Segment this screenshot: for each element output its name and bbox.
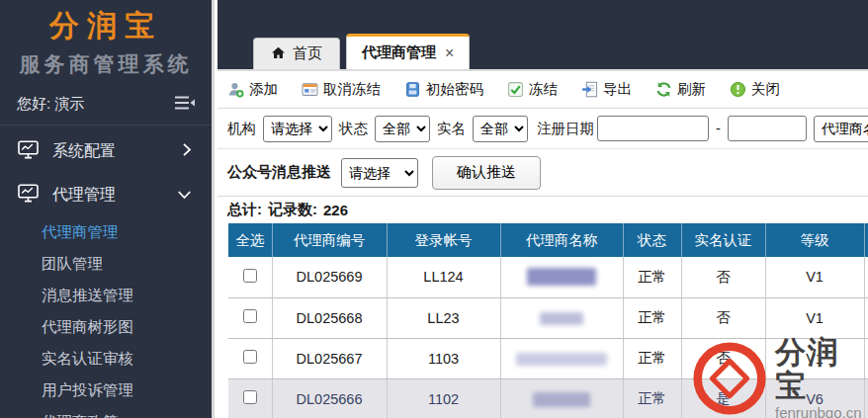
table-row[interactable]: DL0256661102正常是V6 [228, 378, 868, 418]
sidebar-item-agent-management[interactable]: 代理管理 [0, 173, 212, 216]
status-cell: 正常 [623, 257, 681, 297]
status-select[interactable]: 全部 [375, 116, 430, 142]
regdate-from-input[interactable] [597, 116, 709, 141]
status-cell: 正常 [623, 378, 681, 418]
org-filter-label: 机构 [227, 120, 256, 138]
menu-label: 系统配置 [52, 141, 116, 162]
refresh-button[interactable]: 刷新 [655, 80, 706, 99]
greeting-text: 您好: 演示 [17, 95, 84, 114]
level-cell: V1 [765, 297, 864, 338]
row-select-cell[interactable] [228, 338, 272, 378]
close-button[interactable]: 关闭 [730, 80, 780, 99]
row-checkbox[interactable] [243, 390, 257, 404]
extra-cell [864, 297, 868, 338]
level-cell: V1 [765, 338, 864, 378]
monitor-chart-icon [18, 140, 39, 163]
agent-table-body: DL025669LL124正常否V1DL025668LL23正常否V1DL025… [228, 257, 868, 418]
content-area: 首页 代理商管理 × 添加 取消冻结 初始密码 [217, 0, 868, 418]
sidebar-item-message-push[interactable]: 消息推送管理 [0, 280, 212, 311]
confirm-push-button[interactable]: 确认推送 [432, 156, 541, 190]
status-filter-label: 状态 [339, 120, 368, 138]
cancel-freeze-button[interactable]: 取消冻结 [302, 80, 381, 99]
push-template-select[interactable]: 请选择 [341, 158, 418, 188]
agent-table: 全选 代理商编号 登录帐号 代理商名称 状态 实名认证 等级 DL025669L… [228, 223, 868, 418]
login-account-cell: LL124 [387, 257, 500, 297]
chevron-down-icon [177, 186, 192, 204]
brand-logo: 分润宝 [0, 6, 212, 46]
reset-password-icon [404, 81, 421, 98]
row-checkbox[interactable] [243, 309, 257, 323]
tab-home[interactable]: 首页 [253, 38, 340, 69]
monitor-chart-icon [18, 184, 39, 207]
realname-select[interactable]: 全部 [473, 116, 528, 142]
export-button[interactable]: 导出 [581, 80, 632, 99]
sidebar-item-agent-policy[interactable]: 代理商政策 [0, 406, 212, 418]
row-select-cell[interactable] [228, 297, 272, 338]
realname-verified-cell: 是 [681, 378, 765, 418]
sidebar-item-team-manage[interactable]: 团队管理 [0, 248, 212, 280]
user-greeting-bar: 您好: 演示 [0, 84, 212, 125]
realname-verified-cell: 否 [681, 297, 765, 338]
tab-agent-management[interactable]: 代理商管理 × [346, 34, 470, 69]
agent-code-cell: DL025668 [272, 297, 387, 338]
org-select[interactable]: 请选择 [263, 116, 332, 142]
header-status: 状态 [623, 223, 681, 257]
masked-agent-name [527, 268, 596, 286]
status-cell: 正常 [623, 338, 681, 378]
collapse-menu-icon[interactable] [174, 95, 196, 114]
menu-label: 代理管理 [52, 185, 116, 206]
realname-verified-cell: 否 [681, 257, 765, 297]
add-button[interactable]: 添加 [227, 80, 278, 99]
records-count: 226 [323, 202, 348, 218]
add-user-icon [227, 81, 244, 98]
table-header-row: 全选 代理商编号 登录帐号 代理商名称 状态 实名认证 等级 [228, 223, 868, 257]
agent-submenu: 代理商管理 团队管理 消息推送管理 代理商树形图 实名认证审核 用户投诉管理 代… [0, 216, 212, 418]
export-icon [581, 81, 598, 98]
row-checkbox[interactable] [243, 350, 257, 364]
agent-code-cell: DL025667 [272, 338, 387, 378]
chevron-right-icon [182, 142, 192, 161]
extra-cell [864, 338, 868, 378]
header-agent-name: 代理商名称 [500, 223, 623, 257]
toolbar: 添加 取消冻结 初始密码 冻结 导出 刷新 [217, 71, 868, 109]
regdate-to-input[interactable] [728, 116, 807, 141]
header-realname-verified: 实名认证 [681, 223, 765, 257]
table-row[interactable]: DL025669LL124正常否V1 [228, 257, 868, 297]
sidebar-item-complaints[interactable]: 用户投诉管理 [0, 375, 212, 406]
total-label: 总计: [227, 201, 262, 219]
agent-name-cell [500, 297, 623, 338]
unfreeze-icon [302, 81, 318, 98]
sidebar-menu: 系统配置 代理管理 代理商管理 团队管理 消息推送管理 代理商树形图 实名 [0, 125, 212, 418]
records-label: 记录数: [268, 201, 317, 219]
agent-name-cell [500, 257, 623, 297]
table-row[interactable]: DL0256671103正常否V1 [228, 338, 868, 378]
row-checkbox[interactable] [243, 269, 257, 283]
top-bar: 首页 代理商管理 × [217, 0, 868, 71]
header-agent-code: 代理商编号 [272, 223, 387, 257]
home-icon [271, 45, 286, 62]
agent-code-cell: DL025666 [272, 378, 387, 418]
sidebar-item-agent-manage[interactable]: 代理商管理 [0, 216, 212, 248]
close-circle-icon [730, 81, 746, 98]
sidebar-item-system-config[interactable]: 系统配置 [0, 129, 212, 173]
login-account-cell: 1102 [387, 378, 500, 418]
header-select-all[interactable]: 全选 [228, 223, 272, 257]
freeze-button[interactable]: 冻结 [507, 80, 558, 99]
sidebar-item-realname-audit[interactable]: 实名认证审核 [0, 343, 212, 375]
search-field-select[interactable]: 代理商名称 [814, 116, 868, 142]
refresh-icon [655, 81, 672, 98]
row-select-cell[interactable] [228, 257, 272, 297]
table-row[interactable]: DL025668LL23正常否V1 [228, 297, 868, 338]
initial-password-button[interactable]: 初始密码 [404, 80, 483, 99]
header-extra [864, 223, 868, 257]
agent-name-cell [500, 378, 623, 418]
agent-name-cell [500, 338, 623, 378]
level-cell: V1 [765, 257, 864, 297]
sidebar-item-agent-tree[interactable]: 代理商树形图 [0, 311, 212, 343]
tab-close-icon[interactable]: × [445, 44, 454, 62]
date-range-dash: - [716, 121, 721, 136]
filter-bar: 机构 请选择 状态 全部 实名 全部 注册日期 - 代理商名称 [217, 109, 868, 149]
agent-code-cell: DL025669 [272, 257, 387, 297]
tab-label: 首页 [293, 44, 322, 63]
row-select-cell[interactable] [228, 378, 272, 418]
